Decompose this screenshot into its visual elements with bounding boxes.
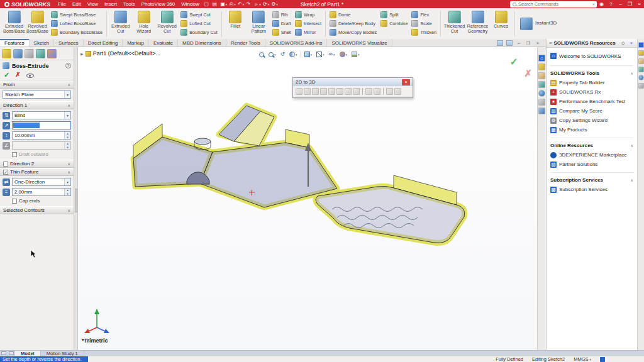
- direction2-checkbox[interactable]: [3, 162, 8, 167]
- graphics-viewport[interactable]: ▶ Part1 (Default<<Default>... ▾ ↺ ▾ ▾ ▾ …: [78, 47, 537, 350]
- back-sketch-icon[interactable]: [336, 88, 343, 95]
- help-icon[interactable]: ?: [65, 63, 71, 69]
- tab-evaluate[interactable]: Evaluate: [149, 39, 178, 47]
- reference-geometry-button[interactable]: Reference Geometry: [466, 9, 489, 38]
- hide-show-items-button[interactable]: ∞▾: [328, 51, 336, 58]
- menu-file[interactable]: File: [55, 0, 69, 8]
- close-button[interactable]: ×: [635, 0, 644, 8]
- preview-eye-icon[interactable]: [26, 74, 34, 78]
- tab-surfaces[interactable]: Surfaces: [54, 39, 84, 47]
- thickened-cut-button[interactable]: Thickened Cut: [443, 9, 466, 38]
- scale-button[interactable]: Scale: [409, 19, 438, 28]
- open-document-icon[interactable]: ▤: [211, 0, 219, 8]
- command-search[interactable]: ▾: [510, 1, 597, 8]
- file-explorer-icon[interactable]: [538, 72, 545, 79]
- menu-view[interactable]: View: [84, 0, 101, 8]
- tag-icon[interactable]: [600, 357, 605, 362]
- compare-my-score-link[interactable]: ▥Compare My Score: [547, 106, 637, 116]
- design-library-icon[interactable]: [538, 63, 545, 70]
- display-style-button[interactable]: ▾: [315, 51, 326, 58]
- forum-icon[interactable]: [538, 107, 545, 114]
- feature-tree-breadcrumb[interactable]: ▶ Part1 (Default<<Default>...: [80, 50, 160, 57]
- revolved-boss-base-button[interactable]: Revolved Boss/Base: [26, 9, 49, 38]
- document-icon[interactable]: [497, 40, 503, 46]
- mirror-button[interactable]: Mirror: [293, 28, 323, 36]
- direction-reference-input[interactable]: [12, 121, 71, 129]
- hole-wizard-button[interactable]: Hole Wizard: [132, 9, 155, 38]
- tab-scroll-right-icon[interactable]: [9, 351, 14, 355]
- align-sketch-icon[interactable]: [374, 88, 380, 95]
- new-document-icon[interactable]: ▢: [203, 0, 211, 8]
- help-menu[interactable]: ?: [606, 0, 616, 8]
- extrude-icon[interactable]: [386, 88, 393, 95]
- menu-photoview[interactable]: PhotoView 360: [138, 0, 179, 8]
- tab-direct-editing[interactable]: Direct Editing: [84, 39, 123, 47]
- reverse-direction-icon[interactable]: ⇅: [3, 112, 10, 119]
- appearances-tab-icon[interactable]: [638, 75, 644, 80]
- delete-keep-body-button[interactable]: Delete/Keep Body: [328, 19, 379, 28]
- motion-study-tab[interactable]: Motion Study 1: [41, 351, 84, 356]
- extruded-cut-button[interactable]: Extruded Cut: [109, 9, 132, 38]
- start-condition-select[interactable]: Sketch Plane ▼: [3, 90, 71, 99]
- depth-spinbox[interactable]: 10.00mm ▲▼: [12, 131, 71, 140]
- section-from[interactable]: From ∧: [0, 80, 74, 89]
- configuration-manager-tab-icon[interactable]: [25, 49, 34, 58]
- confirmation-ok-icon[interactable]: ✓: [510, 56, 518, 68]
- previous-view-button[interactable]: ↺: [279, 51, 287, 58]
- thickness-spinbox[interactable]: 2.00mm ▲▼: [12, 188, 71, 196]
- search-caret-icon[interactable]: ▾: [592, 3, 594, 6]
- collapse-pane-icon[interactable]: «: [549, 40, 552, 46]
- menu-insert[interactable]: Insert: [101, 0, 120, 8]
- lofted-cut-button[interactable]: Lofted Cut: [179, 19, 219, 28]
- pin-icon[interactable]: ⊙: [620, 41, 626, 46]
- performance-benchmark-link[interactable]: ●Performance Benchmark Test: [547, 97, 637, 106]
- left-sketch-icon[interactable]: [320, 88, 327, 95]
- spinner-arrows[interactable]: ▲▼: [64, 142, 70, 149]
- dialog-titlebar[interactable]: 2D to 3D ×: [293, 78, 413, 86]
- right-sketch-icon[interactable]: [312, 88, 319, 95]
- tab-solidworks-visualize[interactable]: SOLIDWORKS Visualize: [327, 39, 392, 47]
- panel-splitter[interactable]: [74, 47, 78, 350]
- section-view-button[interactable]: ▾: [288, 51, 299, 58]
- thicken-button[interactable]: Thicken: [409, 28, 438, 36]
- menu-window[interactable]: Window: [178, 0, 202, 8]
- rib-button[interactable]: Rib: [270, 11, 293, 19]
- zoom-area-button[interactable]: ▾: [267, 52, 277, 58]
- property-tab-builder-link[interactable]: ▤Property Tab Builder: [547, 78, 637, 87]
- restore-button[interactable]: ❐: [625, 0, 635, 8]
- model-tab[interactable]: Model: [15, 351, 41, 356]
- cap-ends-checkbox[interactable]: [12, 199, 17, 204]
- menu-tools[interactable]: Tools: [120, 0, 138, 8]
- copy-settings-wizard-link[interactable]: ⚙Copy Settings Wizard: [547, 116, 637, 125]
- tab-sketch[interactable]: Sketch: [30, 39, 54, 47]
- user-account-icon[interactable]: ◉: [597, 0, 606, 8]
- tab-solidworks-add-ins[interactable]: SOLIDWORKS Add-Ins: [265, 39, 328, 47]
- my-products-link[interactable]: ▦My Products: [547, 125, 637, 134]
- library-tab-icon[interactable]: [638, 50, 644, 56]
- swept-boss-base-button[interactable]: Swept Boss/Base: [49, 11, 104, 19]
- rep air-sketch-icon[interactable]: [365, 88, 372, 95]
- dome-button[interactable]: Dome: [328, 11, 379, 19]
- confirmation-cancel-icon[interactable]: ✗: [524, 68, 532, 79]
- fillet-button[interactable]: Fillet: [224, 9, 247, 38]
- tab-features[interactable]: Features: [0, 39, 30, 47]
- draft-button[interactable]: Draft: [270, 19, 293, 28]
- lofted-boss-base-button[interactable]: Lofted Boss/Base: [49, 19, 104, 28]
- expand-arrow-icon[interactable]: ▶: [80, 52, 84, 56]
- appearances-icon[interactable]: [538, 90, 545, 97]
- draft-angle-icon[interactable]: ∠: [3, 142, 10, 150]
- partner-solutions-link[interactable]: ▧Partner Solutions: [547, 160, 637, 169]
- feature-manager-tab-icon[interactable]: [2, 49, 11, 58]
- section-thin-feature[interactable]: Thin Feature ∧: [0, 168, 74, 176]
- linear-pattern-button[interactable]: Linear Pattern: [247, 9, 270, 38]
- explorer-tab-icon[interactable]: [638, 58, 644, 64]
- thin-direction-icon[interactable]: ⇄: [3, 178, 10, 186]
- doc-restore-button[interactable]: ❐: [525, 40, 531, 47]
- view-settings-button[interactable]: ▾: [350, 51, 361, 58]
- wrap-button[interactable]: Wrap: [293, 11, 323, 19]
- menu-edit[interactable]: Edit: [69, 0, 84, 8]
- thin-feature-checkbox[interactable]: [3, 170, 8, 175]
- boundary-cut-button[interactable]: Boundary Cut: [179, 28, 219, 36]
- bottom-sketch-icon[interactable]: [328, 88, 335, 95]
- create-sketch-icon[interactable]: [353, 88, 360, 95]
